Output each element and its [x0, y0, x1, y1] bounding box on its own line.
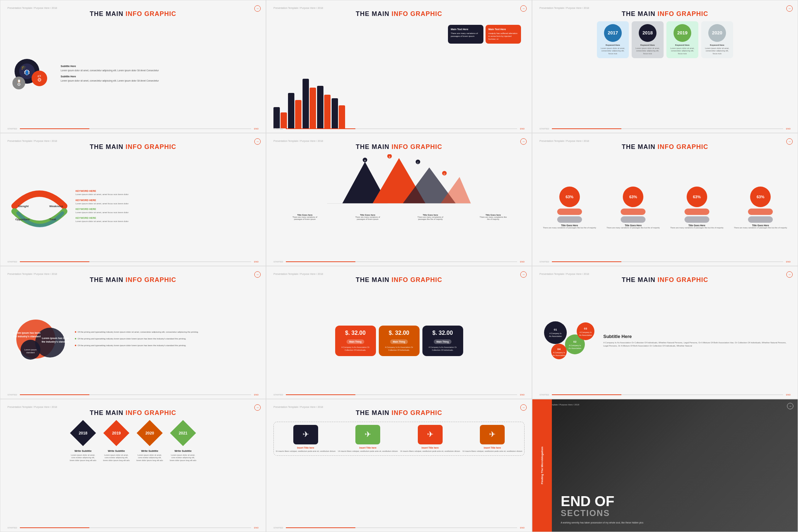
- diamond-2019: 2019 Write Subtitle Lorem ipsum dolor si…: [102, 424, 131, 462]
- slide-6-title: THE MAIN INFO GRAPHIC: [539, 144, 791, 151]
- svg-text:03: 03: [584, 327, 587, 330]
- slide-6-arrow[interactable]: →: [786, 138, 793, 145]
- svg-text:standard: standard: [26, 351, 34, 354]
- slide-4-content: Stenght Weakness Opportune Treat KEYWORD…: [7, 154, 259, 261]
- slide-4-title: THE MAIN INFO GRAPHIC: [7, 144, 259, 151]
- svg-text:An Association: An Association: [579, 334, 592, 336]
- svg-text:Weakness: Weakness: [49, 205, 63, 208]
- slide-7-bullets: Of the prining and typesetting industry …: [75, 331, 259, 351]
- slide-11-header: Presentation Template / Purpose Here / 2…: [273, 406, 525, 408]
- mountain-label-1: Title Goes here There are many variation…: [291, 214, 319, 220]
- slide-1-title: THE MAIN INFO GRAPHIC: [7, 11, 259, 18]
- swot-text: KEYWORD HERE Lorem ipsum dolor sit amet,…: [76, 190, 259, 226]
- slide-5-arrow[interactable]: →: [520, 138, 527, 145]
- slide-11-footer: STARTED END: [273, 527, 525, 529]
- svg-text:04: 04: [558, 348, 561, 351]
- mountain-label-4: Title Goes here There are many complaint…: [479, 214, 508, 220]
- year-badge-2019: 2019: [674, 24, 691, 42]
- slide-6: Presentation Template / Purpose Here / 2…: [532, 133, 798, 266]
- slide-7-title: THE MAIN INFO GRAPHIC: [7, 277, 259, 284]
- year-badge-2020: 2020: [708, 24, 726, 42]
- slide-8-footer: STARTED END: [273, 394, 525, 396]
- slide-3-arrow[interactable]: →: [786, 5, 793, 12]
- diamond-2021: 2021 Write Subtitle Lorem ipsum dolor si…: [169, 424, 197, 462]
- transport-1: ✈ Insert Title here Ut mauris libero vol…: [275, 425, 336, 453]
- slide-5-content: A B C D Title Goes here There are many v…: [273, 154, 525, 261]
- slide-2-arrow[interactable]: →: [520, 5, 527, 12]
- swot-arcs: Stenght Weakness Opportune Treat: [7, 185, 71, 231]
- svg-text:📋: 📋: [17, 79, 21, 83]
- svg-text:🎓: 🎓: [21, 65, 26, 70]
- slide-11-arrow[interactable]: →: [520, 404, 527, 411]
- year-card-2019: 2019 Keyword Here Lorem ipsum dolor sit …: [666, 21, 698, 58]
- slide-8-arrow[interactable]: →: [520, 271, 527, 278]
- transport-2: ✈ Insert Title here Ut mauris libero vol…: [338, 425, 399, 453]
- slide-3-title: THE MAIN INFO GRAPHIC: [539, 11, 791, 18]
- slide-4-arrow[interactable]: →: [254, 138, 261, 145]
- slide-10: Presentation Template / Purpose Here / 2…: [0, 399, 266, 532]
- slide-1-footer: STARTED END: [7, 128, 259, 130]
- slide-8-header: Presentation Template / Purpose Here / 2…: [273, 273, 525, 275]
- slide-4-footer: STARTED END: [7, 261, 259, 263]
- slide-5-header: Presentation Template / Purpose Here / 2…: [273, 140, 525, 142]
- year-card-2017: 2017 Keyword Here Lorem ipsum dolor sit …: [597, 21, 629, 58]
- stat-4: 63% Title Goes Here There are many varia…: [734, 187, 787, 229]
- slide-12-sidebar: Finding The Microblogalism: [532, 399, 552, 532]
- svg-text:Stenght: Stenght: [18, 205, 29, 208]
- svg-text:A Company Is: A Company Is: [549, 332, 561, 334]
- mountain-labels: Title Goes here There are many variation…: [273, 214, 525, 220]
- svg-text:D: D: [444, 172, 445, 175]
- slide-10-arrow[interactable]: →: [254, 404, 261, 411]
- slide-7-footer: STARTED END: [7, 394, 259, 396]
- svg-text:Lorem ipsum has been: Lorem ipsum has been: [13, 332, 40, 334]
- slide-10-header: Presentation Template / Purpose Here / 2…: [7, 406, 259, 408]
- slide-2-title: THE MAIN INFO GRAPHIC: [273, 11, 525, 18]
- slide-1-text: Subtitle Here Lorem ipsum dolor sit amet…: [61, 65, 259, 85]
- slide-3-footer: STARTED END: [539, 128, 791, 130]
- slide-5-footer: STARTED END: [273, 261, 525, 263]
- slide-9: Presentation Template / Purpose Here / 2…: [532, 266, 798, 399]
- transport-4: ✈ Insert Title here Ut mauris libero vol…: [462, 425, 523, 453]
- slide-1-arrow[interactable]: →: [254, 5, 261, 12]
- venn-diagram: Lorem ipsum has been the industry's stan…: [7, 318, 71, 364]
- slide-9-header: Presentation Template / Purpose Here / 2…: [539, 273, 791, 275]
- svg-text:A: A: [364, 159, 366, 162]
- bullet-3: Of the prining and typesetting industry …: [75, 344, 259, 347]
- mountain-label-2: Title Goes here There are many variation…: [354, 214, 382, 220]
- slide-12-arrow[interactable]: →: [787, 403, 793, 409]
- slide-9-title: THE MAIN INFO GRAPHIC: [539, 277, 791, 284]
- bars-area: [273, 72, 345, 128]
- svg-text:A Company Is: A Company Is: [553, 351, 565, 354]
- slide-8-title: THE MAIN INFO GRAPHIC: [273, 277, 525, 284]
- slide-2: Presentation Template / Purpose Here / 2…: [266, 0, 532, 133]
- slide-5-title: THE MAIN INFO GRAPHIC: [273, 144, 525, 151]
- svg-text:01: 01: [554, 328, 557, 331]
- svg-text:the industry's standard: the industry's standard: [41, 340, 69, 343]
- bullet-2: Of the prining and typesetting industry …: [75, 337, 259, 340]
- svg-text:👤: 👤: [24, 70, 29, 75]
- slide-12: Presentation Template / Purpose Here / 2…: [532, 399, 798, 532]
- slide-2-content: Main Text Here There are many variations…: [273, 21, 525, 128]
- svg-text:An Association: An Association: [553, 354, 565, 356]
- slide-2-header: Presentation Template / Purpose Here / 2…: [273, 7, 525, 9]
- slide-7-arrow[interactable]: →: [254, 271, 261, 278]
- slide-6-footer: STARTED END: [539, 261, 791, 263]
- diamond-2020: 2020 Write Subtitle Lorem ipsum dolor si…: [135, 424, 164, 462]
- stat-2: 63% Title Goes Here There are many varia…: [606, 187, 660, 229]
- slide-7: Presentation Template / Purpose Here / 2…: [0, 266, 266, 399]
- slide-9-arrow[interactable]: →: [786, 271, 793, 278]
- svg-text:A Company Is: A Company Is: [580, 331, 592, 333]
- slide-9-footer: STARTED END: [539, 394, 791, 396]
- tooltips-area: Main Text Here There are many variations…: [448, 25, 521, 44]
- mountain-label-3: Title Goes here There are many complaint…: [416, 214, 445, 220]
- stat-3: 63% Title Goes Here There are many varia…: [670, 187, 724, 229]
- slide-9-right: Subtitle Here A Company Is An Associatio…: [603, 334, 791, 348]
- stat-1: 63% Title Goes Here There are many varia…: [543, 187, 596, 229]
- slide-4: Presentation Template / Purpose Here / 2…: [0, 133, 266, 266]
- slide-12-main: END OF SECTIONS A working serenity has t…: [561, 494, 791, 525]
- slide-9-content: 01 A Company Is An Association 02 A Comp…: [539, 287, 791, 394]
- price-card-3: $. 32.00 Main Thing A Company Is An Asso…: [422, 326, 463, 356]
- slide-11: Presentation Template / Purpose Here / 2…: [266, 399, 532, 532]
- svg-text:the industry's standard: the industry's standard: [13, 335, 40, 338]
- svg-text:Treat: Treat: [49, 218, 56, 221]
